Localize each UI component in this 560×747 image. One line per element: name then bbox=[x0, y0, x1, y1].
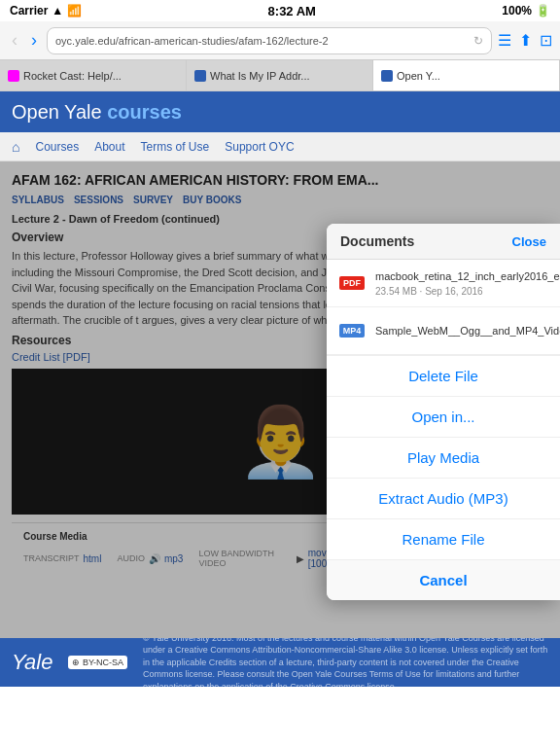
cancel-button[interactable]: Cancel bbox=[327, 560, 560, 600]
site-logo: Open Yale courses bbox=[12, 101, 182, 124]
extract-audio-button[interactable]: Extract Audio (MP3) bbox=[327, 479, 560, 519]
tab-2[interactable]: Open Y... bbox=[373, 60, 560, 90]
mp4-icon: MP4 bbox=[339, 324, 366, 338]
carrier-text: Carrier bbox=[10, 4, 48, 18]
nav-terms[interactable]: Terms of Use bbox=[141, 140, 210, 154]
site-header: Open Yale courses bbox=[0, 91, 560, 132]
nav-courses[interactable]: Courses bbox=[35, 140, 79, 154]
tab-favicon-1 bbox=[194, 70, 206, 82]
battery-text: 100% bbox=[502, 4, 532, 18]
file-icon-mp4: MP4 bbox=[338, 315, 366, 346]
file-item-0[interactable]: PDF macbook_retina_12_inch_early2016_ess… bbox=[327, 260, 560, 307]
file-info-0: macbook_retina_12_inch_early2016_essenti… bbox=[375, 269, 560, 296]
open-in-button[interactable]: Open in... bbox=[327, 397, 560, 438]
tab-label-0: Rocket Cast: Help/... bbox=[23, 70, 122, 82]
nav-icons: ☰ ⬆ ⊡ bbox=[498, 31, 552, 50]
site-nav: ⌂ Courses About Terms of Use Support OYC bbox=[0, 132, 560, 161]
site-logo-suffix: courses bbox=[107, 101, 182, 123]
back-button[interactable]: ‹ bbox=[8, 30, 21, 51]
tab-0[interactable]: Rocket Cast: Help/... bbox=[0, 60, 187, 90]
delete-file-button[interactable]: Delete File bbox=[327, 356, 560, 397]
footer-text: © Yale University 2016. Most of the lect… bbox=[143, 632, 548, 694]
status-bar: Carrier ▲ 📶 8:32 AM 100% 🔋 bbox=[0, 0, 560, 21]
pdf-icon: PDF bbox=[339, 276, 365, 290]
home-icon[interactable]: ⌂ bbox=[12, 139, 19, 155]
doc-panel-title: Documents bbox=[340, 233, 414, 249]
forward-button[interactable]: › bbox=[27, 30, 41, 51]
tab-favicon-0 bbox=[8, 70, 19, 82]
cc-badge: ⊕ BY-NC-SA bbox=[68, 656, 127, 669]
nav-bar: ‹ › oyc.yale.edu/african-american-studie… bbox=[0, 21, 560, 60]
wifi-icon: 📶 bbox=[67, 4, 82, 18]
reload-icon[interactable]: ↻ bbox=[473, 34, 483, 48]
doc-panel-header: Documents Close bbox=[327, 224, 560, 260]
play-media-button[interactable]: Play Media bbox=[327, 438, 560, 479]
tab-favicon-2 bbox=[381, 70, 393, 82]
site-footer: Yale ⊕ BY-NC-SA © Yale University 2016. … bbox=[0, 638, 560, 687]
new-tab-icon[interactable]: ⊡ bbox=[540, 31, 552, 50]
signal-icon: ▲ bbox=[52, 4, 63, 18]
file-item-1[interactable]: MP4 Sample_WebM__Ogg__and_MP4_Video_File… bbox=[327, 307, 560, 355]
action-menu: Delete File Open in... Play Media Extrac… bbox=[327, 355, 560, 600]
tab-bar: Rocket Cast: Help/... What Is My IP Addr… bbox=[0, 60, 560, 91]
nav-about[interactable]: About bbox=[94, 140, 124, 154]
file-meta-0: 23.54 MB · Sep 16, 2016 bbox=[375, 286, 560, 297]
rename-file-button[interactable]: Rename File bbox=[327, 519, 560, 560]
page-content: AFAM 162: AFRICAN AMERICAN HISTORY: FROM… bbox=[0, 161, 560, 638]
status-right: 100% 🔋 bbox=[502, 4, 550, 18]
file-icon-pdf: PDF bbox=[338, 267, 366, 299]
footer-logo: Yale bbox=[12, 650, 52, 675]
nav-support[interactable]: Support OYC bbox=[225, 140, 294, 154]
address-bar[interactable]: oyc.yale.edu/african-american-studies/af… bbox=[47, 27, 492, 54]
tab-1[interactable]: What Is My IP Addr... bbox=[187, 60, 373, 90]
documents-panel: Documents Close PDF macbook_retina_12_in… bbox=[327, 224, 560, 600]
status-time: 8:32 AM bbox=[268, 4, 316, 18]
file-name-1: Sample_WebM__Ogg__and_MP4_Video_Files_fo… bbox=[375, 324, 560, 338]
share-icon[interactable]: ⬆ bbox=[519, 31, 532, 50]
battery-icon: 🔋 bbox=[536, 4, 550, 18]
address-text: oyc.yale.edu/african-american-studies/af… bbox=[55, 35, 470, 47]
bookmarks-icon[interactable]: ☰ bbox=[498, 31, 511, 50]
file-name-0: macbook_retina_12_inch_early2016_essenti… bbox=[375, 269, 560, 283]
tab-label-1: What Is My IP Addr... bbox=[210, 70, 310, 82]
doc-close-button[interactable]: Close bbox=[512, 234, 546, 249]
file-info-1: Sample_WebM__Ogg__and_MP4_Video_Files_fo… bbox=[375, 324, 560, 338]
tab-label-2: Open Y... bbox=[397, 70, 440, 82]
status-carrier: Carrier ▲ 📶 bbox=[10, 4, 82, 18]
